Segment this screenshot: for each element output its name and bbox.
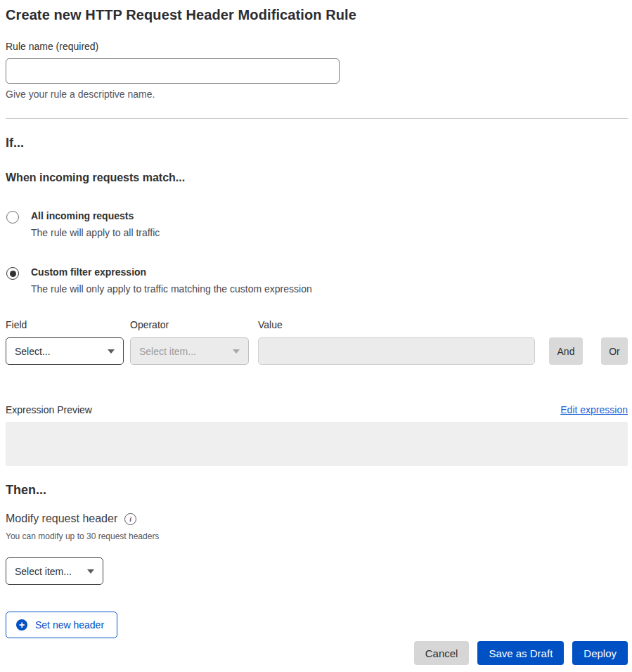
set-new-header-button[interactable]: + Set new header <box>6 612 117 638</box>
modify-header-label: Modify request header <box>6 512 117 525</box>
chevron-down-icon <box>87 569 94 574</box>
operator-label: Operator <box>130 319 249 330</box>
field-label: Field <box>6 319 124 330</box>
page-title: Create new HTTP Request Header Modificat… <box>6 7 628 23</box>
and-button[interactable]: And <box>549 337 583 365</box>
radio-option-custom-filter[interactable]: Custom filter expression The rule will o… <box>6 266 628 295</box>
radio-unchecked-icon[interactable] <box>6 211 19 224</box>
header-name-select[interactable]: Select item... <box>6 557 103 585</box>
field-select[interactable]: Select... <box>6 337 124 365</box>
set-new-header-label: Set new header <box>35 619 104 631</box>
radio-option-label: All incoming requests <box>31 209 160 222</box>
rule-name-input[interactable] <box>6 58 340 84</box>
edit-expression-link[interactable]: Edit expression <box>560 404 628 415</box>
chevron-down-icon <box>233 349 240 354</box>
value-column: Value <box>258 319 535 365</box>
deploy-button[interactable]: Deploy <box>572 641 628 665</box>
save-as-draft-button[interactable]: Save as Draft <box>477 641 564 665</box>
header-name-select-value: Select item... <box>15 566 72 577</box>
info-icon[interactable]: i <box>124 513 136 525</box>
then-heading: Then... <box>6 483 628 498</box>
plus-circle-icon: + <box>16 619 27 631</box>
radio-option-description: The rule will apply to all traffic <box>31 226 160 239</box>
radio-option-description: The rule will only apply to traffic matc… <box>31 283 312 295</box>
footer-actions: Cancel Save as Draft Deploy <box>6 641 628 665</box>
modify-header-help: You can modify up to 30 request headers <box>6 531 628 541</box>
create-rule-page: Create new HTTP Request Header Modificat… <box>0 0 632 665</box>
radio-option-texts: Custom filter expression The rule will o… <box>31 266 312 295</box>
radio-option-label: Custom filter expression <box>31 266 312 278</box>
value-label: Value <box>258 319 535 330</box>
or-button[interactable]: Or <box>601 337 628 365</box>
match-subheading: When incoming requests match... <box>6 172 628 184</box>
operator-select[interactable]: Select item... <box>130 337 249 365</box>
rule-name-help: Give your rule a descriptive name. <box>6 89 628 100</box>
expression-preview-box <box>6 422 628 466</box>
operator-column: Operator Select item... <box>130 319 249 365</box>
expression-preview-header: Expression Preview Edit expression <box>6 404 628 415</box>
field-column: Field Select... <box>6 319 124 365</box>
radio-option-texts: All incoming requests The rule will appl… <box>31 209 160 239</box>
value-input[interactable] <box>258 337 535 365</box>
filter-expression-row: Field Select... Operator Select item... … <box>6 319 628 365</box>
operator-select-value: Select item... <box>139 346 196 357</box>
modify-header-row: Modify request header i <box>6 512 628 525</box>
radio-checked-icon[interactable] <box>6 267 19 280</box>
section-divider <box>6 118 628 119</box>
field-select-value: Select... <box>15 346 51 357</box>
cancel-button[interactable]: Cancel <box>414 641 470 665</box>
chevron-down-icon <box>108 349 115 354</box>
expression-preview-label: Expression Preview <box>6 404 92 415</box>
radio-option-all-incoming[interactable]: All incoming requests The rule will appl… <box>6 209 628 239</box>
if-heading: If... <box>6 136 628 150</box>
rule-name-label: Rule name (required) <box>6 41 628 52</box>
